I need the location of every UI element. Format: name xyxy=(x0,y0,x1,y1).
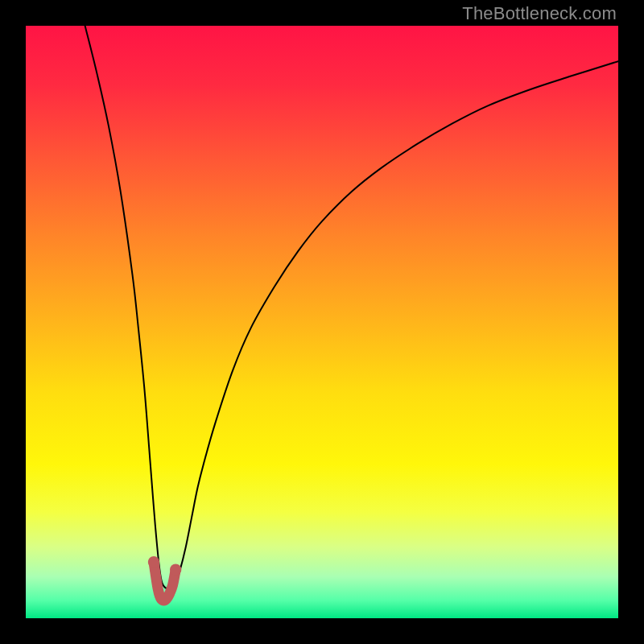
plot-area xyxy=(26,26,618,618)
marker-end-dot xyxy=(148,556,159,568)
curve-layer xyxy=(26,26,618,618)
series-main-curve xyxy=(85,26,618,589)
chart-frame: TheBottleneck.com xyxy=(0,0,644,644)
watermark-text: TheBottleneck.com xyxy=(462,3,617,24)
marker-end-dot xyxy=(170,564,181,575)
